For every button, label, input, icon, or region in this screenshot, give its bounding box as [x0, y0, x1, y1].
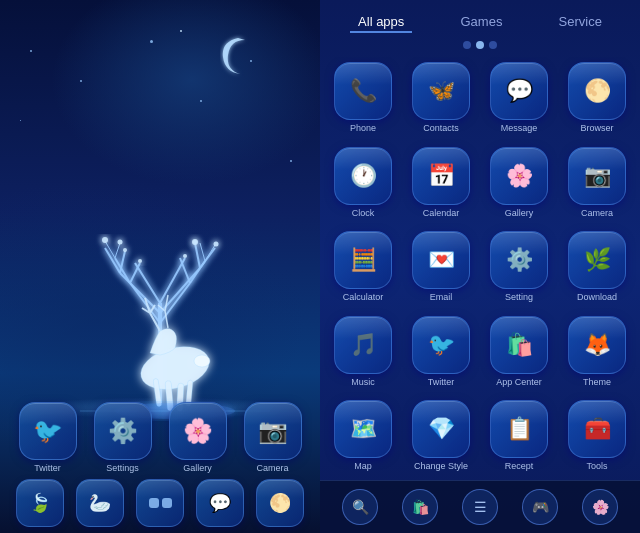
- app-item-recept[interactable]: 📋 Recept: [482, 397, 556, 478]
- camera-icon[interactable]: 📷: [244, 402, 302, 460]
- star: [80, 80, 82, 82]
- camera-label: Camera: [256, 463, 288, 473]
- app-icon-1[interactable]: 🦋: [412, 62, 470, 120]
- app-item-theme[interactable]: 🦊 Theme: [560, 313, 634, 394]
- nav-games-button[interactable]: 🎮: [522, 489, 558, 525]
- app-item-map[interactable]: 🗺️ Map: [326, 397, 400, 478]
- dock-camera[interactable]: 📷 Camera: [244, 402, 302, 473]
- app-item-change-style[interactable]: 💎 Change Style: [404, 397, 478, 478]
- dock-small-3[interactable]: [136, 479, 184, 527]
- twitter-label: Twitter: [34, 463, 61, 473]
- nav-bar: 🔍🛍️☰🎮🌸: [320, 480, 640, 533]
- app-item-music[interactable]: 🎵 Music: [326, 313, 400, 394]
- dock-small-4[interactable]: 💬: [196, 479, 244, 527]
- app-label-18: Recept: [505, 461, 534, 471]
- app-icon-10[interactable]: ⚙️: [490, 231, 548, 289]
- app-icon-12[interactable]: 🎵: [334, 316, 392, 374]
- app-item-setting[interactable]: ⚙️ Setting: [482, 228, 556, 309]
- app-icon-0[interactable]: 📞: [334, 62, 392, 120]
- app-icon-19[interactable]: 🧰: [568, 400, 626, 458]
- app-icon-5[interactable]: 📅: [412, 147, 470, 205]
- app-item-message[interactable]: 💬 Message: [482, 59, 556, 140]
- svg-point-4: [123, 248, 127, 252]
- app-item-tools[interactable]: 🧰 Tools: [560, 397, 634, 478]
- nav-store-button[interactable]: 🛍️: [402, 489, 438, 525]
- app-icon-14[interactable]: 🛍️: [490, 316, 548, 374]
- app-icon-18[interactable]: 📋: [490, 400, 548, 458]
- nav-search-button[interactable]: 🔍: [342, 489, 378, 525]
- gallery-label: Gallery: [183, 463, 212, 473]
- tab-games[interactable]: Games: [452, 12, 510, 33]
- svg-point-0: [102, 237, 108, 243]
- dot-3[interactable]: [489, 41, 497, 49]
- moon: [210, 30, 260, 80]
- app-item-camera[interactable]: 📷 Camera: [560, 144, 634, 225]
- settings-icon[interactable]: ⚙️: [94, 402, 152, 460]
- dock-settings[interactable]: ⚙️ Settings: [94, 402, 152, 473]
- app-label-15: Theme: [583, 377, 611, 387]
- app-icon-8[interactable]: 🧮: [334, 231, 392, 289]
- app-item-clock[interactable]: 🕐 Clock: [326, 144, 400, 225]
- settings-label: Settings: [106, 463, 139, 473]
- dock: 🐦 Twitter ⚙️ Settings 🌸 Gallery 📷 Camera…: [0, 394, 320, 533]
- app-item-contacts[interactable]: 🦋 Contacts: [404, 59, 478, 140]
- app-icon-17[interactable]: 💎: [412, 400, 470, 458]
- app-item-app-center[interactable]: 🛍️ App Center: [482, 313, 556, 394]
- app-label-0: Phone: [350, 123, 376, 133]
- app-label-1: Contacts: [423, 123, 459, 133]
- star: [150, 40, 153, 43]
- star: [180, 30, 182, 32]
- app-label-10: Setting: [505, 292, 533, 302]
- tab-service[interactable]: Service: [551, 12, 610, 33]
- dock-twitter[interactable]: 🐦 Twitter: [19, 402, 77, 473]
- app-label-17: Change Style: [414, 461, 468, 471]
- dot-2[interactable]: [476, 41, 484, 49]
- star: [290, 160, 292, 162]
- twitter-icon[interactable]: 🐦: [19, 402, 77, 460]
- app-label-9: Email: [430, 292, 453, 302]
- app-icon-7[interactable]: 📷: [568, 147, 626, 205]
- dock-row-1: 🐦 Twitter ⚙️ Settings 🌸 Gallery 📷 Camera: [10, 402, 310, 473]
- app-label-5: Calendar: [423, 208, 460, 218]
- app-icon-3[interactable]: 🌕: [568, 62, 626, 120]
- svg-point-5: [193, 240, 197, 244]
- app-item-phone[interactable]: 📞 Phone: [326, 59, 400, 140]
- app-item-browser[interactable]: 🌕 Browser: [560, 59, 634, 140]
- app-item-gallery[interactable]: 🌸 Gallery: [482, 144, 556, 225]
- app-icon-16[interactable]: 🗺️: [334, 400, 392, 458]
- page-dots: [320, 41, 640, 49]
- app-label-19: Tools: [586, 461, 607, 471]
- app-icon-6[interactable]: 🌸: [490, 147, 548, 205]
- app-label-3: Browser: [580, 123, 613, 133]
- app-item-email[interactable]: 💌 Email: [404, 228, 478, 309]
- dock-small-1[interactable]: 🍃: [16, 479, 64, 527]
- nav-theme-button[interactable]: 🌸: [582, 489, 618, 525]
- app-item-calendar[interactable]: 📅 Calendar: [404, 144, 478, 225]
- dot-1[interactable]: [463, 41, 471, 49]
- app-icon-13[interactable]: 🐦: [412, 316, 470, 374]
- app-item-calculator[interactable]: 🧮 Calculator: [326, 228, 400, 309]
- left-panel: 🐦 Twitter ⚙️ Settings 🌸 Gallery 📷 Camera…: [0, 0, 320, 533]
- svg-point-3: [214, 242, 219, 247]
- app-label-7: Camera: [581, 208, 613, 218]
- dock-small-5[interactable]: 🌕: [256, 479, 304, 527]
- star: [200, 100, 202, 102]
- dock-gallery[interactable]: 🌸 Gallery: [169, 402, 227, 473]
- app-label-6: Gallery: [505, 208, 534, 218]
- app-icon-4[interactable]: 🕐: [334, 147, 392, 205]
- gallery-icon[interactable]: 🌸: [169, 402, 227, 460]
- tab-all-apps[interactable]: All apps: [350, 12, 412, 33]
- svg-point-7: [138, 259, 142, 263]
- dock-small-2[interactable]: 🦢: [76, 479, 124, 527]
- app-item-twitter[interactable]: 🐦 Twitter: [404, 313, 478, 394]
- nav-menu-button[interactable]: ☰: [462, 489, 498, 525]
- app-icon-15[interactable]: 🦊: [568, 316, 626, 374]
- app-label-8: Calculator: [343, 292, 384, 302]
- app-item-download[interactable]: 🌿 Download: [560, 228, 634, 309]
- app-icon-11[interactable]: 🌿: [568, 231, 626, 289]
- app-icon-2[interactable]: 💬: [490, 62, 548, 120]
- app-label-12: Music: [351, 377, 375, 387]
- svg-point-6: [183, 254, 187, 258]
- star: [30, 50, 32, 52]
- app-icon-9[interactable]: 💌: [412, 231, 470, 289]
